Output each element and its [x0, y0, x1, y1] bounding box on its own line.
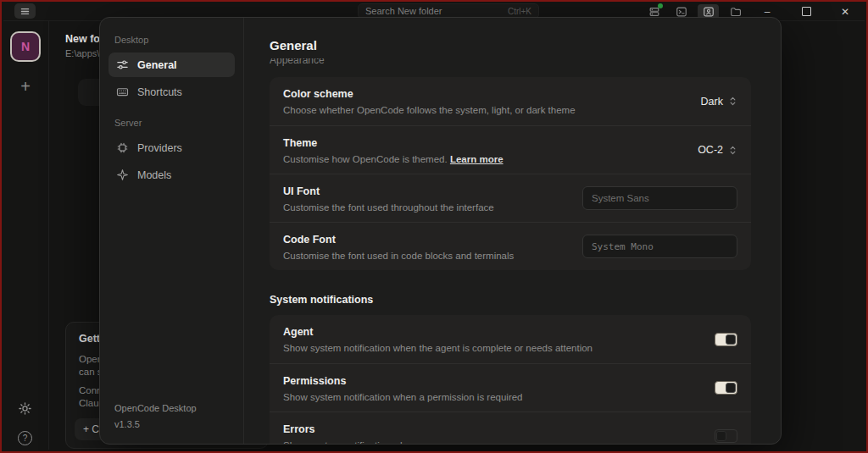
hamburger-icon [19, 6, 31, 17]
chevron-up-down-icon [728, 96, 737, 107]
search-shortcut: Ctrl+K [508, 7, 531, 16]
setting-row-color-scheme: Color scheme Choose whether OpenCode fol… [270, 77, 751, 125]
appearance-section-label: Appearance [270, 58, 751, 67]
setting-description: Customise how OpenCode is themed. Learn … [283, 154, 737, 165]
toggle-knob [726, 334, 736, 345]
nav-section-server: Server [114, 118, 229, 128]
notifications-card: Agent Show system notification when the … [270, 315, 751, 444]
notifications-section-title: System notifications [270, 294, 751, 307]
nav-item-providers[interactable]: Providers [108, 135, 235, 160]
settings-content: General Appearance Color scheme Choose w… [244, 18, 781, 444]
page-title: General [270, 38, 751, 53]
settings-nav: Desktop General Shortcuts Server Provide… [100, 18, 244, 444]
nav-item-label: General [137, 59, 177, 71]
maximize-button[interactable] [787, 3, 826, 19]
left-rail: N + ? [3, 20, 49, 450]
app-version: v1.3.5 [114, 417, 197, 433]
nav-item-models[interactable]: Models [108, 163, 235, 187]
appearance-card: Color scheme Choose whether OpenCode fol… [270, 77, 751, 270]
nav-item-general[interactable]: General [108, 52, 235, 77]
project-title: New fo [65, 33, 100, 45]
setting-row-errors: Errors Show system notification when an … [270, 412, 751, 444]
project-path: E:\apps\ [65, 48, 99, 58]
setting-label: Theme [283, 137, 737, 150]
select-value: Dark [701, 96, 723, 108]
app-version-footer: OpenCode Desktop v1.3.5 [114, 401, 197, 433]
close-button[interactable]: ✕ [826, 3, 865, 19]
toggle-knob [726, 383, 736, 393]
color-scheme-select[interactable]: Dark [701, 96, 737, 108]
gear-icon [18, 401, 32, 416]
ui-font-input[interactable]: System Sans [582, 186, 737, 210]
chip-icon [116, 141, 129, 154]
setting-row-agent: Agent Show system notification when the … [270, 315, 751, 363]
code-font-input[interactable]: System Mono [582, 235, 737, 258]
nav-item-shortcuts[interactable]: Shortcuts [108, 80, 235, 104]
app-window: Search New folder Ctrl+K – ✕ [0, 0, 868, 453]
agent-toggle[interactable] [715, 333, 737, 346]
nav-section-desktop: Desktop [114, 35, 229, 45]
setting-description: Choose whether OpenCode follows the syst… [283, 105, 737, 116]
select-value: OC-2 [698, 144, 723, 156]
help-button[interactable]: ? [18, 431, 32, 445]
terminal-icon [676, 6, 687, 18]
setting-description: Show system notification when the agent … [283, 343, 737, 354]
settings-button[interactable] [18, 401, 32, 416]
hamburger-menu-button[interactable] [14, 3, 36, 19]
settings-modal: Desktop General Shortcuts Server Provide… [99, 17, 782, 445]
search-placeholder: Search New folder [365, 6, 501, 16]
setting-label: Permissions [283, 375, 737, 388]
toggle-knob [716, 431, 726, 441]
agent-panel-icon [703, 6, 715, 18]
setting-label: Errors [283, 423, 737, 436]
setting-row-permissions: Permissions Show system notification whe… [270, 363, 751, 412]
chevron-up-down-icon [728, 145, 737, 156]
setting-row-ui-font: UI Font Customise the font used througho… [270, 174, 751, 222]
sliders-icon [116, 58, 129, 71]
setting-row-code-font: Code Font Customise the font used in cod… [270, 222, 751, 270]
permissions-toggle[interactable] [715, 381, 737, 395]
setting-label: Color scheme [283, 88, 737, 101]
theme-select[interactable]: OC-2 [698, 144, 737, 156]
folder-icon [730, 6, 742, 18]
maximize-icon [802, 7, 811, 16]
setting-row-theme: Theme Customise how OpenCode is themed. … [270, 125, 751, 174]
avatar-letter: N [21, 40, 30, 53]
minimize-icon: – [765, 6, 771, 18]
errors-toggle[interactable] [715, 429, 737, 443]
online-status-dot [658, 3, 663, 8]
nav-item-label: Shortcuts [137, 86, 182, 98]
learn-more-link[interactable]: Learn more [450, 154, 504, 164]
nav-item-label: Providers [137, 142, 182, 154]
scrolled-section-label-clip: Appearance [270, 58, 751, 69]
setting-description: Show system notification when an error o… [283, 440, 737, 444]
app-name: OpenCode Desktop [114, 401, 197, 417]
setting-description: Show system notification when a permissi… [283, 392, 737, 403]
keyboard-icon [116, 86, 129, 98]
question-icon: ? [23, 434, 28, 443]
nav-item-label: Models [137, 169, 171, 181]
close-icon: ✕ [841, 6, 849, 18]
sparkle-icon [116, 168, 129, 181]
setting-label: Agent [283, 326, 737, 339]
workspace-avatar[interactable]: N [10, 31, 41, 62]
add-workspace-button[interactable]: + [10, 71, 41, 102]
